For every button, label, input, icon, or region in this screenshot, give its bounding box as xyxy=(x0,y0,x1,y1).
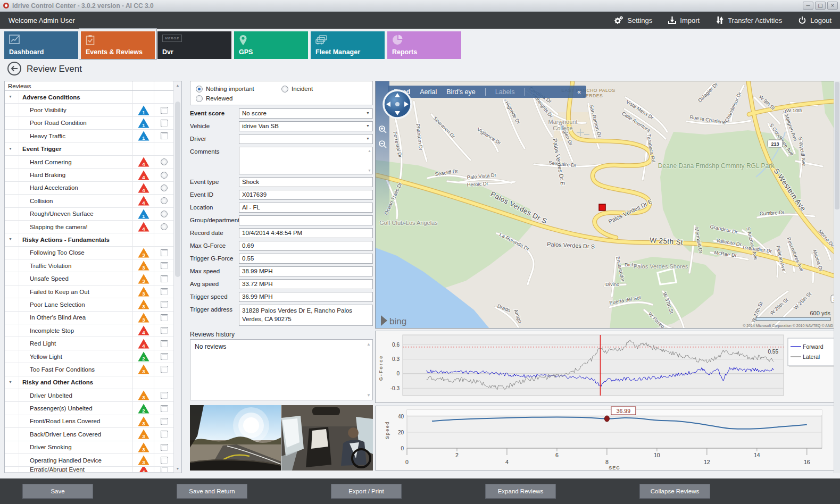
save-and-return-button[interactable]: Save and Return xyxy=(177,484,247,499)
item-checkbox[interactable] xyxy=(161,392,168,399)
scroll-down-icon[interactable]: ▼ xyxy=(367,393,371,398)
field-group-department-input[interactable] xyxy=(239,215,373,225)
collapse-reviews-button[interactable]: Collapse Reviews xyxy=(639,484,710,499)
review-item-row[interactable]: Poor Visibility1 xyxy=(5,104,174,116)
item-radio[interactable] xyxy=(161,211,168,217)
review-item-row[interactable]: Passenger(s) Unbelted2 xyxy=(5,402,174,415)
review-item-row[interactable]: Heavy Traffic1 xyxy=(5,130,174,142)
item-checkbox[interactable] xyxy=(161,431,168,438)
transfer-activities-button[interactable]: Transfer Activities xyxy=(716,16,782,24)
save-button[interactable]: Save xyxy=(22,484,93,499)
scroll-up-icon[interactable]: ▲ xyxy=(368,149,371,153)
collapse-icon[interactable]: ▼ xyxy=(9,237,12,241)
event-location-marker[interactable] xyxy=(599,204,605,211)
scroll-down-icon[interactable]: ▼ xyxy=(368,169,371,172)
review-group-row[interactable]: ▼Risky and Other Actions xyxy=(5,376,174,389)
settings-button[interactable]: Settings xyxy=(614,16,652,24)
review-item-row[interactable]: Operating Handled Device3 xyxy=(5,454,174,467)
tab-dashboard[interactable]: Dashboard xyxy=(4,31,78,59)
field-comments-input[interactable]: ▲▼ xyxy=(239,147,373,174)
item-checkbox[interactable] xyxy=(161,366,168,373)
driver-camera-thumbnail[interactable] xyxy=(281,405,373,471)
radio-icon[interactable] xyxy=(196,86,203,93)
review-item-row[interactable]: In Other's Blind Area3 xyxy=(5,312,174,324)
review-item-row[interactable]: Slapping the camera!4 xyxy=(5,221,174,233)
field-location-input[interactable]: Al - FL xyxy=(239,203,373,213)
review-item-row[interactable]: Driver Unbelted3 xyxy=(5,389,174,402)
item-checkbox[interactable] xyxy=(161,132,168,139)
field-event-id-input[interactable]: X017639 xyxy=(239,190,373,200)
item-checkbox[interactable] xyxy=(161,467,168,473)
radio-incident[interactable]: Incident xyxy=(281,86,367,93)
reviews-history-box[interactable]: No reviews ▲ ▼ xyxy=(190,339,373,400)
review-group-row[interactable]: ▼Adverse Conditions xyxy=(5,91,174,104)
tab-fleet-manager[interactable]: Fleet Manager xyxy=(311,31,385,59)
field-avg-speed-input[interactable]: 33.72 MPH xyxy=(239,279,373,289)
field-record-date-input[interactable]: 10/4/2014 4:48:54 PM xyxy=(239,228,373,238)
zoom-out-button[interactable] xyxy=(378,140,387,150)
review-item-row[interactable]: Incomplete Stop4 xyxy=(5,324,174,337)
review-item-row[interactable]: Traffic Violation3 xyxy=(5,259,174,272)
collapse-icon[interactable]: ▼ xyxy=(9,147,12,150)
item-checkbox[interactable] xyxy=(161,262,168,269)
review-item-row[interactable]: Yellow Light2 xyxy=(5,350,174,363)
review-item-row[interactable]: Poor Lane Selection3 xyxy=(5,298,174,311)
review-item-row[interactable]: Hard Acceleration4 xyxy=(5,182,174,195)
expand-reviews-button[interactable]: Expand Reviews xyxy=(485,484,556,499)
review-item-row[interactable]: Front/Road Lens Covered3 xyxy=(5,415,174,428)
radio-reviewed[interactable]: Reviewed xyxy=(196,95,287,102)
review-item-row[interactable]: Driver Smoking3 xyxy=(5,441,174,454)
map-view-aerial[interactable]: Aerial xyxy=(420,88,437,96)
field-trigger-speed-input[interactable]: 36.99 MPH xyxy=(239,292,373,302)
page-scrollbar[interactable] xyxy=(834,81,840,473)
field-max-g-force-input[interactable]: 0.69 xyxy=(239,241,373,251)
review-item-row[interactable]: Red Light4 xyxy=(5,337,174,350)
field-vehicle-dropdown[interactable]: idrive Van SB xyxy=(239,121,373,131)
map-panel[interactable]: Forrestal DrPhantom DrSearaven DrVigilan… xyxy=(375,81,840,329)
item-checkbox[interactable] xyxy=(161,444,168,451)
field-trigger-address-input[interactable]: 31828 Palos Verdes Dr E, Rancho Palos Ve… xyxy=(239,305,373,326)
review-item-row[interactable]: Failed to Keep an Out3 xyxy=(5,285,174,298)
scroll-up-icon[interactable]: ▲ xyxy=(174,81,181,89)
review-item-row[interactable]: Back/Driver Lens Covered3 xyxy=(5,428,174,441)
item-checkbox[interactable] xyxy=(161,418,168,425)
import-button[interactable]: Import xyxy=(668,16,700,24)
review-group-row[interactable]: ▼Risky Actions - Fundamentals xyxy=(5,233,174,246)
item-checkbox[interactable] xyxy=(161,275,168,282)
item-checkbox[interactable] xyxy=(161,314,168,321)
close-button[interactable]: × xyxy=(827,2,838,10)
review-item-row[interactable]: Hard Braking4 xyxy=(5,169,174,181)
collapse-icon[interactable]: ▼ xyxy=(9,380,12,384)
field-trigger-g-force-input[interactable]: 0.55 xyxy=(239,254,373,264)
scroll-thumb[interactable] xyxy=(175,102,180,277)
review-item-row[interactable]: Hard Cornering4 xyxy=(5,156,174,169)
field-event-score-dropdown[interactable]: No score xyxy=(239,108,373,119)
review-item-row[interactable]: Erratic/Abrupt Event4 xyxy=(5,467,174,473)
zoom-in-button[interactable] xyxy=(378,125,387,136)
map-pan-compass[interactable] xyxy=(382,89,413,120)
field-event-type-input[interactable]: Shock xyxy=(239,177,373,187)
minimize-button[interactable]: ─ xyxy=(803,2,813,10)
item-radio[interactable] xyxy=(161,197,168,204)
map-view-labels[interactable]: Labels xyxy=(495,88,515,96)
radio-nothing-important[interactable]: Nothing important xyxy=(196,86,281,93)
field-driver-dropdown[interactable] xyxy=(239,134,373,144)
item-checkbox[interactable] xyxy=(161,327,168,334)
review-item-row[interactable]: Following Too Close3 xyxy=(5,247,174,259)
front-camera-thumbnail[interactable] xyxy=(190,405,281,471)
tab-reports[interactable]: Reports xyxy=(387,31,461,59)
export-print-button[interactable]: Export / Print xyxy=(331,484,402,499)
radio-icon[interactable] xyxy=(196,95,203,102)
map-view-birds-eye[interactable]: Bird's eye xyxy=(446,88,476,96)
logout-button[interactable]: Logout xyxy=(798,16,831,24)
scroll-up-icon[interactable]: ▲ xyxy=(367,342,371,347)
scroll-down-icon[interactable]: ▼ xyxy=(174,465,181,473)
back-button[interactable] xyxy=(7,62,21,75)
item-checkbox[interactable] xyxy=(161,107,168,114)
review-item-row[interactable]: Rough/Uneven Surface1 xyxy=(5,208,174,221)
map-toolbar-collapse[interactable]: « xyxy=(577,88,581,96)
review-item-row[interactable]: Unsafe Speed3 xyxy=(5,272,174,285)
review-item-row[interactable]: Poor Road Condition1 xyxy=(5,117,174,130)
item-radio[interactable] xyxy=(161,184,168,191)
tab-dvr[interactable]: MERGE Dvr xyxy=(157,31,231,59)
